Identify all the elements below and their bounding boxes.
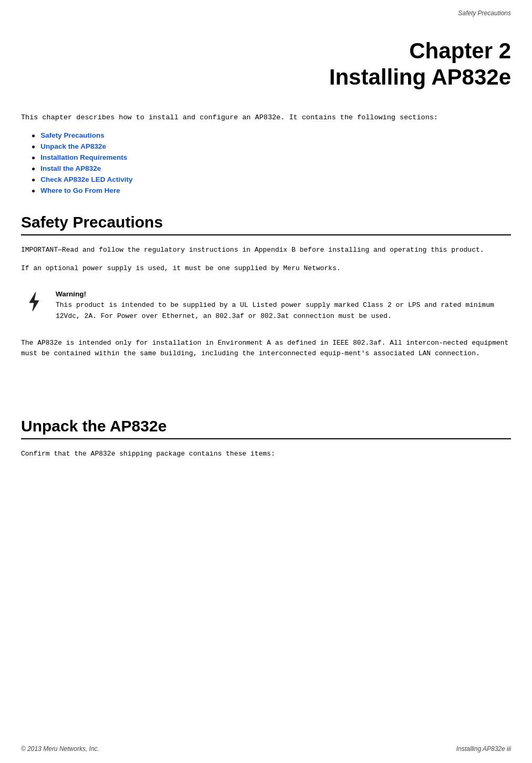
toc-link-safety[interactable]: Safety Precautions — [40, 131, 105, 139]
toc-link-requirements[interactable]: Installation Requirements — [40, 153, 127, 161]
toc-link-unpack[interactable]: Unpack the AP832e — [40, 142, 106, 150]
safety-para3: The AP832e is intended only for installa… — [21, 338, 511, 360]
header-text: Safety Precautions — [458, 9, 511, 17]
safety-para2: If an optional power supply is used, it … — [21, 263, 511, 274]
warning-box: Warning! This product is intended to be … — [21, 285, 511, 327]
warning-label: Warning! — [56, 290, 511, 298]
unpack-section: Unpack the AP832e — [21, 417, 511, 439]
unpack-para1: Confirm that the AP832e shipping package… — [21, 449, 511, 460]
warning-content: Warning! This product is intended to be … — [56, 290, 511, 322]
list-item: Unpack the AP832e — [32, 142, 511, 150]
svg-marker-0 — [29, 292, 39, 311]
safety-section: Safety Precautions — [21, 213, 511, 235]
safety-para1: IMPORTANT—Read and follow the regulatory… — [21, 245, 511, 256]
main-content: This chapter describes how to install an… — [0, 101, 532, 488]
list-item: Safety Precautions — [32, 131, 511, 139]
toc-link-install[interactable]: Install the AP832e — [40, 164, 101, 172]
page-header: Safety Precautions — [0, 0, 532, 22]
list-item: Installation Requirements — [32, 153, 511, 161]
warning-text: This product is intended to be supplied … — [56, 300, 511, 322]
list-item: Install the AP832e — [32, 164, 511, 172]
footer-left: © 2013 Meru Networks, Inc. — [21, 745, 99, 752]
unpack-heading: Unpack the AP832e — [21, 417, 511, 439]
toc-list: Safety Precautions Unpack the AP832e Ins… — [32, 131, 511, 194]
chapter-title-area: Chapter 2 Installing AP832e — [0, 22, 532, 101]
page-footer: © 2013 Meru Networks, Inc. Installing AP… — [0, 745, 532, 752]
safety-heading: Safety Precautions — [21, 213, 511, 235]
toc-link-whereto[interactable]: Where to Go From Here — [40, 187, 120, 194]
list-item: Check AP832e LED Activity — [32, 176, 511, 183]
warning-icon — [21, 291, 47, 316]
list-item: Where to Go From Here — [32, 187, 511, 194]
intro-paragraph: This chapter describes how to install an… — [21, 112, 511, 123]
toc-link-led[interactable]: Check AP832e LED Activity — [40, 176, 132, 183]
page-container: Safety Precautions Chapter 2 Installing … — [0, 0, 532, 763]
chapter-title: Chapter 2 Installing AP832e — [21, 38, 511, 91]
footer-right: Installing AP832e iii — [456, 745, 511, 752]
